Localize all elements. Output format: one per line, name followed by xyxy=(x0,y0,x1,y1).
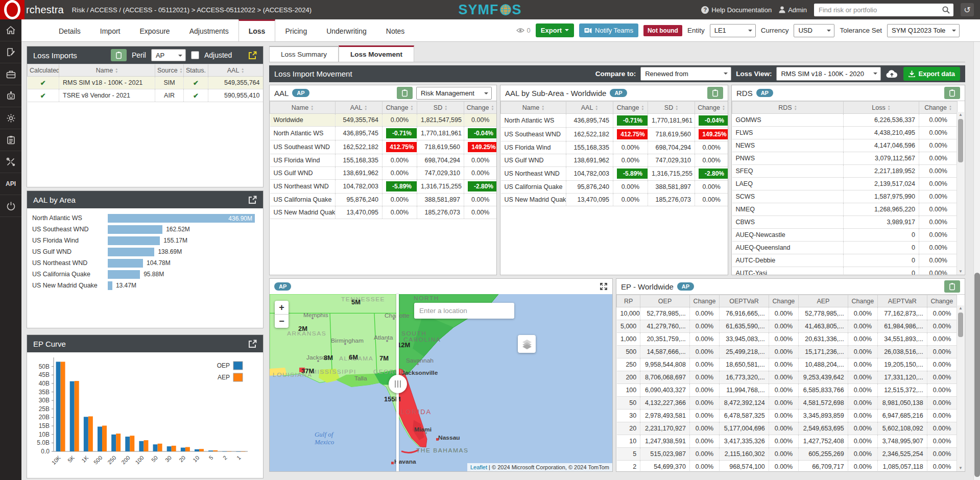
zoom-out-button[interactable]: − xyxy=(275,315,289,328)
table-row[interactable]: US Florida Wind155,168,3350.00%698,704,2… xyxy=(270,154,497,167)
compare-to-select[interactable]: Renewed from xyxy=(640,67,731,81)
view-mode-select[interactable]: Risk Management xyxy=(416,87,492,100)
layers-button[interactable] xyxy=(518,335,536,353)
sidebar-item-api[interactable]: API xyxy=(0,173,21,195)
tab-loss-summary[interactable]: Loss Summary xyxy=(269,46,339,62)
sidebar-item-settings[interactable] xyxy=(0,107,21,129)
loss-view-select[interactable]: RMS SIM v18 - 100K - 2020 xyxy=(776,67,881,81)
table-row[interactable]: US Gulf WND138,691,9620.00%747,029,3100.… xyxy=(501,154,728,167)
table-row[interactable]: Worldwide549,355,7640.00%1,821,547,5950.… xyxy=(270,114,497,127)
tab-adjustments[interactable]: Adjustments xyxy=(180,19,238,41)
tab-loss-movement[interactable]: Loss Movement xyxy=(339,45,414,62)
breadcrumb[interactable]: Risk / ACCESS / (ACCESS - 05112021) > AC… xyxy=(72,6,312,14)
table-row[interactable]: 202,231,170,9270.00%5,177,004,6960.00%2,… xyxy=(617,422,957,435)
column-header[interactable]: Name xyxy=(501,102,566,114)
tab-loss[interactable]: Loss xyxy=(238,19,276,41)
table-row[interactable]: US Gulf WND138,691,9620.00%747,029,3100.… xyxy=(270,167,497,180)
table-row[interactable]: 302,978,493,5810.00%6,478,587,3250.00%3,… xyxy=(617,410,957,422)
table-row[interactable]: US Southeast WND162,522,182412.75%718,61… xyxy=(501,128,728,141)
table-row[interactable]: US New Madrid Quake13,470,0950.00%185,27… xyxy=(501,194,728,206)
table-row[interactable]: 50014,587,666,...0.00%25,499,218,...0.00… xyxy=(617,346,957,358)
table-row[interactable]: 2008,706,068,6970.00%16,773,320,...0.00%… xyxy=(617,371,957,384)
table-row[interactable]: US Northeast WND104,782,003-5.89%1,316,7… xyxy=(501,167,728,181)
table-row[interactable]: 5515,023,9870.00%2,115,160,3020.00%605,2… xyxy=(617,448,957,461)
scroll-down-icon[interactable]: ▼ xyxy=(957,269,964,275)
table-row[interactable]: 504,132,227,3660.00%8,472,392,1240.00%4,… xyxy=(617,397,957,410)
column-header[interactable]: Loss xyxy=(844,102,919,114)
table-row[interactable]: ✔RMS SIM v18 - 100K - 2021SIM✔549,355,76… xyxy=(28,77,264,89)
column-header[interactable]: Name xyxy=(59,64,155,77)
table-row[interactable]: NEWS4,147,046,5960.00% xyxy=(732,139,958,152)
scrollbar-thumb[interactable] xyxy=(958,119,963,162)
column-header[interactable]: Name xyxy=(270,102,336,114)
export-data-button[interactable]: Export data xyxy=(903,67,960,81)
search-icon[interactable] xyxy=(942,6,950,14)
user-menu[interactable]: Admin xyxy=(779,6,807,14)
leaflet-link[interactable]: Leaflet xyxy=(470,464,487,470)
table-row[interactable]: LAEQ2,139,517,0240.00% xyxy=(732,178,958,190)
tab-pricing[interactable]: Pricing xyxy=(275,19,317,41)
table-row[interactable]: US Florida Wind155,168,3350.00%698,704,2… xyxy=(501,141,728,154)
table-row[interactable]: 101,247,938,5910.00%3,417,335,3260.00%1,… xyxy=(617,435,957,448)
table-row[interactable]: GOMWS6,226,536,3370.00% xyxy=(732,114,958,127)
table-row[interactable]: ✔TSRE v8 Vendor - 2021AIR✔590,955,410 xyxy=(28,89,264,102)
column-header[interactable]: Change xyxy=(613,102,648,114)
ep-scrollbar[interactable]: ▲ ▼ xyxy=(957,305,964,471)
notify-teams-button[interactable]: Notify Teams xyxy=(579,23,638,37)
scrollbar-thumb[interactable] xyxy=(958,313,963,337)
column-header[interactable]: AAL xyxy=(208,64,264,77)
table-row[interactable]: US Southeast WND162,522,182412.75%718,61… xyxy=(270,140,497,154)
column-header[interactable]: Change xyxy=(383,102,417,114)
table-row[interactable]: 254,699,3700.00%968,574,1000.00%66,709,7… xyxy=(617,461,957,472)
tab-exposure[interactable]: Exposure xyxy=(130,19,179,41)
copy-to-clipboard-button[interactable] xyxy=(707,87,723,99)
open-external-button[interactable] xyxy=(248,340,257,348)
table-row[interactable]: North Atlantic WS436,895,745-0.71%1,770,… xyxy=(270,127,497,140)
copy-to-clipboard-button[interactable] xyxy=(397,87,413,99)
column-header[interactable]: Change xyxy=(464,102,497,114)
table-row[interactable]: AUTC-Debbie00.00% xyxy=(732,254,958,267)
table-row[interactable]: SCWS1,587,975,9900.00% xyxy=(732,190,958,203)
history-button[interactable]: ↺ xyxy=(961,3,974,16)
sidebar-item-contracts[interactable] xyxy=(0,41,21,63)
compare-slider-handle[interactable] xyxy=(389,375,407,393)
sidebar-item-home[interactable] xyxy=(0,19,21,41)
table-row[interactable]: 1006,090,403,3270.00%11,994,768,...0.00%… xyxy=(617,384,957,397)
open-external-button[interactable] xyxy=(248,196,257,204)
column-header[interactable]: SD xyxy=(648,102,695,114)
copy-to-clipboard-button[interactable] xyxy=(944,87,960,99)
sidebar-item-automation[interactable] xyxy=(0,85,21,107)
column-header[interactable]: RDS xyxy=(732,102,844,114)
scroll-down-icon[interactable]: ▼ xyxy=(957,465,964,471)
entity-select[interactable]: LE1 xyxy=(710,24,756,37)
tab-details[interactable]: Details xyxy=(49,19,90,41)
table-row[interactable]: SFEQ2,217,189,9520.00% xyxy=(732,165,958,178)
copy-to-clipboard-button[interactable] xyxy=(944,280,960,293)
open-external-button[interactable] xyxy=(248,51,257,60)
table-row[interactable]: AUEQ-Newcastle00.00% xyxy=(732,229,958,242)
help-documentation-link[interactable]: ? Help Documentation xyxy=(701,6,772,14)
tab-notes[interactable]: Notes xyxy=(376,19,415,41)
table-row[interactable]: PNWS3,079,112,5670.00% xyxy=(732,152,958,165)
copy-to-clipboard-button[interactable] xyxy=(111,49,127,61)
table-row[interactable]: North Atlantic WS436,895,745-0.71%1,770,… xyxy=(501,114,728,128)
watchers[interactable]: 0 xyxy=(516,27,531,34)
orchestra-logo[interactable] xyxy=(0,0,25,19)
table-row[interactable]: US California Quake95,876,2400.00%388,58… xyxy=(270,194,497,206)
page-scrollbar[interactable] xyxy=(973,42,980,480)
column-header[interactable]: Change xyxy=(919,102,958,114)
tab-underwriting[interactable]: Underwriting xyxy=(317,19,376,41)
table-row[interactable]: FLWS4,438,210,4950.00% xyxy=(732,127,958,139)
column-header[interactable]: Change xyxy=(695,102,728,114)
table-row[interactable]: 2509,958,544,8080.00%18,650,581,...0.00%… xyxy=(617,358,957,371)
table-row[interactable]: NMEQ1,268,965,2200.00% xyxy=(732,203,958,216)
scrollbar-thumb[interactable] xyxy=(974,273,980,477)
table-row[interactable]: 10,00052,778,985,...0.00%76,916,665,...0… xyxy=(617,307,957,320)
sidebar-item-tasks[interactable] xyxy=(0,129,21,151)
export-button[interactable]: Export xyxy=(536,23,574,37)
adjusted-checkbox[interactable] xyxy=(191,51,199,59)
table-row[interactable]: CBWS3,989,9170.00% xyxy=(732,216,958,229)
column-header[interactable]: SD xyxy=(417,102,464,114)
column-header[interactable]: Source xyxy=(155,64,184,77)
sidebar-item-tools[interactable] xyxy=(0,151,21,173)
